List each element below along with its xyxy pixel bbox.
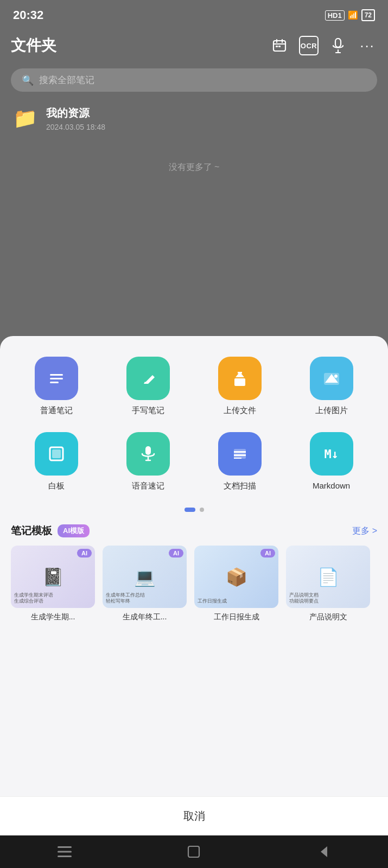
hd-indicator: HD1 <box>325 10 345 21</box>
templates-header: 笔记模板 AI模版 更多 > <box>11 524 377 538</box>
folder-info: 我的资源 2024.03.05 18:48 <box>46 106 105 131</box>
cancel-label: 取消 <box>183 809 205 823</box>
action-grid: 普通笔记 手写笔记 上传文件 <box>11 351 377 497</box>
svg-rect-29 <box>58 856 72 857</box>
ai-badge: AI模版 <box>58 524 90 537</box>
action-语音速记[interactable]: 语音速记 <box>103 427 194 497</box>
thumb-text-2: 工作日报生成 <box>198 598 227 605</box>
template-card-0[interactable]: AI 📓 生成学生期末评语生成综合评语 生成学生期... <box>11 546 95 622</box>
template-card-3[interactable]: 📄 产品说明文档功能说明要点 产品说明文 <box>286 546 370 622</box>
svg-rect-27 <box>58 846 72 848</box>
ai-tag-0: AI <box>77 549 92 557</box>
svg-rect-23 <box>234 449 246 459</box>
bottom-sheet: 普通笔记 手写笔记 上传文件 <box>0 336 388 835</box>
svg-rect-20 <box>145 446 151 455</box>
template-card-1[interactable]: AI 💻 生成年终工作总结轻松写年终 生成年终工... <box>103 546 187 622</box>
action-label-whiteboard: 白板 <box>48 481 65 491</box>
markdown-icon: M↓ <box>310 432 353 476</box>
thumb-img-0: 📓 <box>42 567 64 587</box>
calendar-icon[interactable] <box>270 36 289 55</box>
action-文档扫描[interactable]: 文档扫描 <box>194 427 286 497</box>
folder-item[interactable]: 📁 我的资源 2024.03.05 18:48 <box>0 97 388 140</box>
action-label-normal-note: 普通笔记 <box>40 406 73 416</box>
ai-tag-2: AI <box>260 549 275 557</box>
template-cards: AI 📓 生成学生期末评语生成综合评语 生成学生期... AI 💻 生成年终工作… <box>11 546 377 622</box>
template-thumb-2: AI 📦 工作日报生成 <box>194 546 278 608</box>
thumb-text-0: 生成学生期末评语生成综合评语 <box>14 592 53 605</box>
action-手写笔记[interactable]: 手写笔记 <box>103 351 194 421</box>
nav-back-icon[interactable] <box>310 841 337 863</box>
search-placeholder: 搜索全部笔记 <box>39 74 94 86</box>
search-icon: 🔍 <box>22 74 34 86</box>
template-thumb-1: AI 💻 生成年终工作总结轻松写年终 <box>103 546 187 608</box>
top-bar-actions: OCR ··· <box>270 36 377 55</box>
page-dots <box>11 508 377 512</box>
svg-rect-19 <box>52 449 61 458</box>
svg-marker-31 <box>321 846 327 857</box>
more-icon[interactable]: ··· <box>358 36 377 55</box>
dot-1 <box>185 508 195 512</box>
nav-bar <box>0 835 388 868</box>
nav-home-icon[interactable] <box>180 841 207 863</box>
folder-name: 我的资源 <box>46 106 105 121</box>
search-bar[interactable]: 🔍 搜索全部笔记 <box>11 68 377 92</box>
action-label-voice-memo: 语音速记 <box>132 481 164 491</box>
svg-rect-25 <box>234 454 246 456</box>
templates-left: 笔记模板 AI模版 <box>11 524 90 538</box>
normal-note-icon <box>35 357 78 400</box>
svg-rect-12 <box>234 378 245 386</box>
ai-tag-1: AI <box>169 549 183 557</box>
upload-file-icon <box>218 357 262 400</box>
folder-date: 2024.03.05 18:48 <box>46 123 105 131</box>
folder-icon: 📁 <box>13 107 37 130</box>
svg-rect-9 <box>50 374 63 376</box>
handwrite-icon <box>126 357 170 400</box>
no-more-text: 没有更多了 ~ <box>0 140 388 184</box>
svg-rect-6 <box>335 39 341 47</box>
battery-indicator: 72 <box>361 9 375 21</box>
action-白板[interactable]: 白板 <box>11 427 103 497</box>
svg-rect-30 <box>188 846 199 857</box>
action-label-upload-image: 上传图片 <box>315 406 348 416</box>
status-icons: HD1 📶 72 <box>325 9 375 21</box>
svg-rect-14 <box>238 372 242 373</box>
svg-rect-11 <box>50 382 59 383</box>
template-card-2[interactable]: AI 📦 工作日报生成 工作日报生成 <box>194 546 278 622</box>
svg-rect-24 <box>234 451 246 453</box>
action-上传文件[interactable]: 上传文件 <box>194 351 286 421</box>
whiteboard-icon <box>35 432 78 476</box>
action-markdown[interactable]: M↓ Markdown <box>285 427 377 497</box>
template-label-1: 生成年终工... <box>103 612 187 622</box>
page-title: 文件夹 <box>11 35 56 56</box>
dot-2 <box>200 508 204 512</box>
action-普通笔记[interactable]: 普通笔记 <box>11 351 103 421</box>
nav-menu-icon[interactable] <box>51 841 78 863</box>
template-label-0: 生成学生期... <box>11 612 95 622</box>
thumb-img-2: 📦 <box>226 567 247 587</box>
status-bar: 20:32 HD1 📶 72 <box>0 0 388 28</box>
svg-point-17 <box>334 375 338 378</box>
action-label-markdown: Markdown <box>313 481 350 490</box>
action-label-doc-scan: 文档扫描 <box>224 481 256 491</box>
microphone-icon[interactable] <box>328 36 348 55</box>
more-templates-link[interactable]: 更多 > <box>352 525 377 537</box>
status-time: 20:32 <box>13 8 43 22</box>
template-label-3: 产品说明文 <box>286 612 370 622</box>
template-thumb-3: 📄 产品说明文档功能说明要点 <box>286 546 370 608</box>
svg-rect-26 <box>234 458 241 459</box>
action-label-handwrite: 手写笔记 <box>132 406 164 416</box>
thumb-img-1: 💻 <box>134 567 156 587</box>
doc-scan-icon <box>218 432 262 476</box>
svg-rect-28 <box>58 851 72 853</box>
svg-rect-5 <box>278 46 281 47</box>
cancel-button[interactable]: 取消 <box>0 796 388 835</box>
signal-icon: 📶 <box>348 10 358 20</box>
ocr-button[interactable]: OCR <box>299 36 319 55</box>
action-上传图片[interactable]: 上传图片 <box>285 351 377 421</box>
svg-rect-10 <box>50 378 63 379</box>
top-bar: 文件夹 OCR ··· <box>0 28 388 63</box>
svg-rect-4 <box>276 46 278 47</box>
action-label-upload-file: 上传文件 <box>224 406 256 416</box>
template-label-2: 工作日报生成 <box>194 612 278 622</box>
upload-image-icon <box>310 357 353 400</box>
